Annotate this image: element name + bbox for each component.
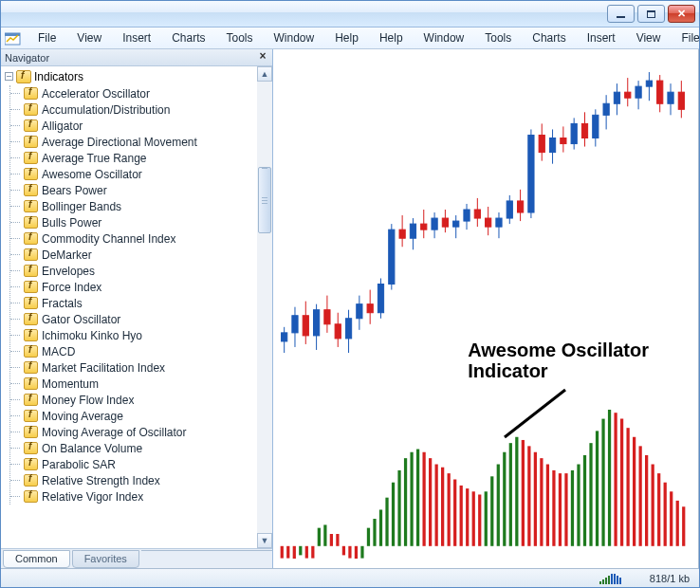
- indicator-icon: [24, 442, 38, 454]
- indicator-icon: [24, 232, 38, 245]
- indicator-icon: [24, 474, 38, 487]
- indicator-label: Bears Power: [42, 184, 107, 197]
- connection-icon[interactable]: [599, 573, 621, 584]
- workspace: Navigator × – Indicators Accelerator Osc…: [1, 49, 699, 568]
- menu-charts[interactable]: Charts: [522, 28, 576, 47]
- indicator-icon: [24, 248, 38, 261]
- indicator-label: Bollinger Bands: [42, 200, 121, 213]
- indicator-icon: [24, 281, 38, 293]
- window-minimize-button[interactable]: [607, 5, 635, 23]
- menu-window[interactable]: Window: [414, 28, 475, 47]
- tab-common[interactable]: Common: [3, 550, 70, 568]
- menu-charts[interactable]: Charts: [161, 28, 215, 47]
- svg-rect-39: [474, 210, 480, 218]
- menu-view[interactable]: View: [66, 28, 112, 47]
- window-maximize-button[interactable]: [637, 5, 665, 23]
- svg-rect-41: [486, 218, 491, 227]
- minimize-icon: [617, 16, 625, 18]
- indicator-icon: [24, 136, 38, 148]
- indicator-label: Relative Vigor Index: [42, 490, 143, 504]
- svg-rect-23: [389, 230, 395, 284]
- menu-file[interactable]: File: [671, 28, 700, 47]
- indicator-item[interactable]: Force Index: [15, 279, 257, 295]
- menu-tools[interactable]: Tools: [216, 28, 264, 47]
- indicator-label: Moving Average of Oscillator: [42, 426, 187, 439]
- navigator-close-button[interactable]: ×: [256, 50, 269, 64]
- navigator-scrollbar[interactable]: ▲ ▼: [257, 66, 272, 548]
- indicator-icon: [24, 394, 38, 406]
- tree-root-indicators[interactable]: – Indicators: [5, 68, 257, 84]
- svg-rect-51: [539, 135, 544, 152]
- svg-rect-7: [303, 316, 308, 336]
- indicator-icon: [24, 168, 38, 180]
- indicator-item[interactable]: Accumulation/Distribution: [15, 101, 257, 118]
- indicator-label: On Balance Volume: [42, 442, 142, 455]
- scroll-track[interactable]: [257, 82, 272, 533]
- annotation-label: Awesome Oscillator Indicator: [468, 340, 649, 381]
- indicator-item[interactable]: Alligator: [15, 118, 257, 134]
- window-close-button[interactable]: [668, 5, 695, 23]
- indicator-item[interactable]: DeMarker: [15, 247, 257, 263]
- navigator-tree: – Indicators Accelerator OscillatorAccum…: [1, 66, 272, 549]
- scroll-up-button[interactable]: ▲: [257, 66, 272, 82]
- menu-file[interactable]: File: [28, 28, 66, 47]
- chart-area[interactable]: Awesome Oscillator Indicator: [273, 49, 699, 568]
- svg-rect-13: [335, 324, 341, 339]
- indicator-item[interactable]: On Balance Volume: [15, 440, 257, 456]
- svg-rect-29: [421, 224, 427, 230]
- indicator-icon: [24, 426, 38, 438]
- indicator-item[interactable]: Money Flow Index: [15, 392, 257, 408]
- tree-root-label: Indicators: [34, 70, 83, 83]
- indicator-item[interactable]: Average True Range: [15, 150, 257, 166]
- scroll-thumb[interactable]: [258, 167, 271, 233]
- indicator-icon: [24, 184, 38, 196]
- menu-insert[interactable]: Insert: [577, 28, 626, 47]
- menu-window[interactable]: Window: [264, 28, 325, 47]
- indicator-item[interactable]: Awesome Oscillator: [15, 166, 257, 182]
- svg-rect-63: [603, 103, 609, 115]
- indicator-item[interactable]: Accelerator Oscillator: [15, 85, 257, 101]
- svg-rect-75: [668, 92, 673, 103]
- svg-rect-37: [464, 210, 470, 221]
- indicator-icon: [24, 410, 38, 422]
- menu-view[interactable]: View: [626, 28, 672, 47]
- indicator-item[interactable]: Bollinger Bands: [15, 198, 257, 214]
- indicator-item[interactable]: Bears Power: [15, 182, 257, 198]
- indicator-item[interactable]: Fractals: [15, 295, 257, 311]
- svg-rect-21: [378, 285, 383, 313]
- svg-rect-69: [636, 86, 641, 98]
- indicator-item[interactable]: Envelopes: [15, 263, 257, 279]
- indicator-item[interactable]: Bulls Power: [15, 214, 257, 230]
- indicator-item[interactable]: Moving Average of Oscillator: [15, 424, 257, 440]
- collapse-icon[interactable]: –: [5, 72, 13, 81]
- menu-tools[interactable]: Tools: [474, 28, 522, 47]
- navigator-tabs: Common Favorites: [1, 549, 272, 568]
- indicator-item[interactable]: MACD: [15, 343, 257, 359]
- svg-rect-25: [399, 230, 405, 238]
- annotation-arrow: [499, 388, 575, 445]
- indicator-icon: [24, 265, 38, 277]
- indicator-label: Parabolic SAR: [42, 458, 116, 471]
- indicator-item[interactable]: Parabolic SAR: [15, 456, 257, 472]
- indicator-label: Gator Oscillator: [42, 313, 120, 326]
- indicator-item[interactable]: Momentum: [15, 376, 257, 392]
- menu-help[interactable]: Help: [369, 28, 414, 47]
- svg-rect-57: [571, 123, 577, 143]
- svg-rect-31: [432, 218, 437, 230]
- menu-help[interactable]: Help: [324, 28, 369, 47]
- indicator-label: Accelerator Oscillator: [42, 87, 150, 101]
- scroll-down-button[interactable]: ▼: [257, 533, 272, 548]
- indicator-item[interactable]: Relative Strength Index: [15, 472, 257, 488]
- indicator-item[interactable]: Average Directional Movement: [15, 134, 257, 150]
- indicator-item[interactable]: Gator Oscillator: [15, 311, 257, 327]
- indicator-icon: [24, 216, 38, 229]
- indicator-item[interactable]: Moving Average: [15, 408, 257, 424]
- indicator-item[interactable]: Ichimoku Kinko Hyo: [15, 327, 257, 343]
- indicator-item[interactable]: Relative Vigor Index: [15, 488, 257, 505]
- svg-rect-65: [614, 92, 619, 103]
- indicator-item[interactable]: Commodity Channel Index: [15, 230, 257, 247]
- indicator-item[interactable]: Market Facilitation Index: [15, 359, 257, 376]
- tab-favorites[interactable]: Favorites: [72, 550, 139, 568]
- navigator-panel: Navigator × – Indicators Accelerator Osc…: [1, 49, 273, 568]
- menu-insert[interactable]: Insert: [112, 28, 161, 47]
